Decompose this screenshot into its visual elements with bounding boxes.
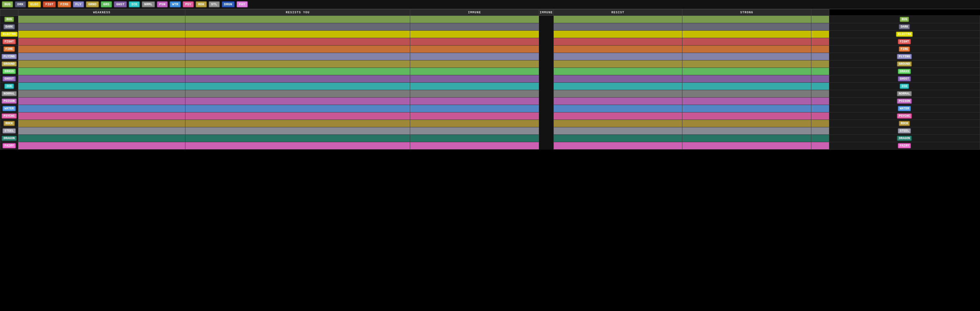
cell-weakness-ground: [18, 60, 185, 68]
cell-strong-ice: [811, 83, 829, 90]
topbar-type-stl[interactable]: STL: [208, 1, 220, 8]
cell-resist-poison: [682, 98, 811, 105]
row-label-left-dragon[interactable]: DRAGON: [0, 135, 18, 142]
row-label-right-steel[interactable]: STEEL: [829, 127, 980, 135]
topbar-type-wtr[interactable]: WTR: [170, 1, 181, 8]
row-label-right-flying[interactable]: FLYING: [829, 53, 980, 60]
cell-resists-you-electra: [185, 31, 410, 38]
topbar-type-fly[interactable]: FLY: [73, 1, 84, 8]
cell-immune1-steel: [410, 127, 539, 135]
topbar-type-fay[interactable]: FAY: [237, 1, 248, 8]
cell-strong-poison: [811, 98, 829, 105]
topbar-type-ice[interactable]: ICE: [129, 1, 140, 8]
topbar-type-fire[interactable]: FIRE: [58, 1, 71, 8]
row-label-right-ground[interactable]: GROUND: [829, 60, 980, 68]
topbar-type-drgn[interactable]: DRGN: [222, 1, 235, 8]
table-row-bug: BUGBUG: [0, 16, 980, 23]
cell-immune2-steel: [554, 127, 682, 135]
row-label-left-grass[interactable]: GRASS: [0, 68, 18, 75]
col-header-strong: STRONG: [682, 10, 811, 16]
cell-resist-water: [682, 105, 811, 113]
cell-weakness-fight: [18, 38, 185, 46]
row-label-left-flying[interactable]: FLYING: [0, 53, 18, 60]
topbar-type-drk[interactable]: DRK: [15, 1, 26, 8]
row-label-left-rock[interactable]: ROCK: [0, 120, 18, 127]
row-label-right-water[interactable]: WATER: [829, 105, 980, 113]
row-label-left-bug[interactable]: BUG: [0, 16, 18, 23]
row-label-right-ghost[interactable]: GHOST: [829, 75, 980, 83]
row-label-right-grass[interactable]: GRASS: [829, 68, 980, 75]
cell-resist-ghost: [682, 75, 811, 83]
row-label-left-fire[interactable]: FIRE: [0, 46, 18, 53]
topbar-type-ghst[interactable]: GHST: [114, 1, 127, 8]
cell-weakness-fire: [18, 46, 185, 53]
cell-immune1-grass: [410, 68, 539, 75]
topbar-type-bug[interactable]: BUG: [2, 1, 13, 8]
col-header-resist: RESIST: [554, 10, 682, 16]
table-row-fire: FIREFIRE: [0, 46, 980, 53]
row-label-right-electra[interactable]: ELECTRA: [829, 31, 980, 38]
topbar-type-rok[interactable]: ROK: [196, 1, 207, 8]
row-label-left-dark[interactable]: DARK: [0, 23, 18, 31]
cell-weakness-ice: [18, 83, 185, 90]
table-row-fairy: FAIRYFAIRY: [0, 142, 980, 150]
cell-immune1-fairy: [410, 142, 539, 150]
cell-resists-you-rock: [185, 120, 410, 127]
row-label-left-normal[interactable]: NORMAL: [0, 90, 18, 98]
row-label-left-fairy[interactable]: FAIRY: [0, 142, 18, 150]
row-label-right-bug[interactable]: BUG: [829, 16, 980, 23]
topbar-type-nrml[interactable]: NRML: [142, 1, 155, 8]
cell-strong-fire: [811, 46, 829, 53]
table-row-ice: ICEICE: [0, 83, 980, 90]
cell-immune1-ground: [410, 60, 539, 68]
divider-fairy: [539, 142, 554, 150]
topbar-type-figt[interactable]: FIGT: [43, 1, 56, 8]
topbar-type-grs[interactable]: GRS: [101, 1, 112, 8]
row-label-right-fire[interactable]: FIRE: [829, 46, 980, 53]
cell-immune1-fire: [410, 46, 539, 53]
row-label-left-ground[interactable]: GROUND: [0, 60, 18, 68]
topbar-type-elec[interactable]: ELEC: [28, 1, 41, 8]
cell-resists-you-ghost: [185, 75, 410, 83]
row-label-right-fairy[interactable]: FAIRY: [829, 142, 980, 150]
row-label-left-ghost[interactable]: GHOST: [0, 75, 18, 83]
row-label-left-water[interactable]: WATER: [0, 105, 18, 113]
row-label-right-psychc[interactable]: PSYCHC: [829, 113, 980, 120]
topbar-type-grnd[interactable]: GRND: [86, 1, 99, 8]
table-row-dragon: DRAGONDRAGON: [0, 135, 980, 142]
row-label-right-poison[interactable]: POISON: [829, 98, 980, 105]
divider-ice: [539, 83, 554, 90]
col-header-label: [0, 10, 18, 16]
row-label-left-fight[interactable]: FIGHT: [0, 38, 18, 46]
row-label-left-ice[interactable]: ICE: [0, 83, 18, 90]
cell-resists-you-bug: [185, 16, 410, 23]
row-label-right-dark[interactable]: DARK: [829, 23, 980, 31]
row-label-left-poison[interactable]: POISON: [0, 98, 18, 105]
table-row-electra: ELECTRAELECTRA: [0, 31, 980, 38]
row-label-right-normal[interactable]: NORMAL: [829, 90, 980, 98]
row-label-right-rock[interactable]: ROCK: [829, 120, 980, 127]
divider-steel: [539, 127, 554, 135]
cell-immune1-rock: [410, 120, 539, 127]
row-label-left-psychc[interactable]: PSYCHC: [0, 113, 18, 120]
cell-immune2-poison: [554, 98, 682, 105]
divider-water: [539, 105, 554, 113]
cell-strong-rock: [811, 120, 829, 127]
cell-immune1-electra: [410, 31, 539, 38]
topbar-type-psn[interactable]: PSN: [157, 1, 168, 8]
row-label-right-fight[interactable]: FIGHT: [829, 38, 980, 46]
col-header-resists-you: RESISTS YOU: [185, 10, 410, 16]
table-row-ground: GROUNDGROUND: [0, 60, 980, 68]
cell-strong-electra: [811, 31, 829, 38]
row-label-right-ice[interactable]: ICE: [829, 83, 980, 90]
topbar-type-psy[interactable]: PSY: [183, 1, 194, 8]
row-label-left-steel[interactable]: STEEL: [0, 127, 18, 135]
cell-resists-you-grass: [185, 68, 410, 75]
cell-strong-ghost: [811, 75, 829, 83]
cell-resist-fairy: [682, 142, 811, 150]
row-label-left-electra[interactable]: ELECTRA: [0, 31, 18, 38]
row-label-right-dragon[interactable]: DRAGON: [829, 135, 980, 142]
divider-ground: [539, 60, 554, 68]
divider-rock: [539, 120, 554, 127]
header-row: WEAKNESS RESISTS YOU IMMUNE IMMUNE RESIS…: [0, 10, 980, 16]
